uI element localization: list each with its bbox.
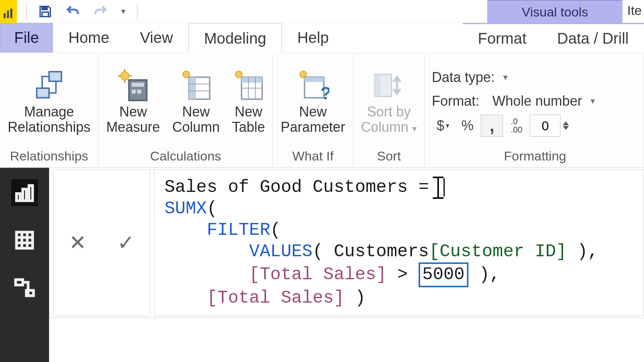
svg-rect-32 [375,75,381,97]
qat-more-dropdown[interactable]: ▾ [119,7,128,16]
group-what-if: ? New Parameter What If [273,53,353,167]
svg-rect-15 [137,90,141,94]
formula-bar: ✕ ✓ Sales of Good Customers = SUMX( FILT… [49,168,644,318]
svg-rect-34 [23,189,26,201]
percent-format-button[interactable]: % [456,115,478,137]
data-view-button[interactable] [11,227,38,254]
svg-rect-3 [42,6,47,9]
data-type-dropdown[interactable]: Data type: ▼ [432,69,638,85]
new-table-button[interactable]: New Table [230,69,267,134]
tab-format[interactable]: Format [463,23,542,52]
svg-point-7 [121,72,129,80]
svg-rect-4 [42,12,49,16]
svg-rect-14 [132,90,136,94]
svg-rect-36 [16,232,33,248]
group-label: Calculations [150,147,221,166]
app-logo [0,0,17,23]
ribbon: Manage Relationships Relationships New M… [0,53,644,168]
svg-rect-41 [16,280,23,285]
group-label: Relationships [10,147,88,166]
group-label: Sort [377,147,401,166]
group-calculations: New Measure New Column New Table Calcula… [99,53,273,167]
group-relationships: Manage Relationships Relationships [0,53,99,167]
decimal-places-input[interactable]: 0 [530,115,560,137]
redo-button[interactable] [91,2,110,21]
threshold-highlight: 5000 [419,262,468,287]
currency-format-button[interactable]: $▾ [432,115,454,137]
tab-view[interactable]: View [125,23,188,52]
svg-rect-6 [37,88,49,98]
svg-rect-1 [7,10,9,18]
view-switcher [0,168,49,362]
svg-rect-2 [10,8,12,18]
svg-rect-18 [189,77,196,99]
contextual-tab-header: Visual tools Ite [487,0,644,23]
model-view-button[interactable] [11,274,38,301]
commit-formula-button[interactable]: ✓ [110,228,141,257]
tab-home[interactable]: Home [53,23,125,52]
truncated-label: Ite [623,0,644,23]
tab-file[interactable]: File [0,23,53,52]
group-sort: Sort by Column ▾ Sort [353,53,425,167]
format-dropdown[interactable]: Format: Whole number ▼ [432,93,638,109]
sort-by-column-button[interactable]: Sort by Column ▾ [358,69,419,134]
manage-relationships-button[interactable]: Manage Relationships [5,69,93,134]
group-formatting: Data type: ▼ Format: Whole number ▼ $▾ %… [425,53,644,167]
svg-rect-13 [132,83,144,87]
separator [26,3,27,20]
text-cursor-icon [430,177,446,199]
svg-text:?: ? [320,83,329,102]
thousands-separator-button[interactable]: , [481,115,503,137]
svg-rect-29 [305,77,324,82]
new-measure-button[interactable]: New Measure [104,69,162,134]
svg-rect-5 [49,72,61,82]
group-label: What If [292,147,334,166]
formula-bar-controls: ✕ ✓ [53,169,150,316]
undo-button[interactable] [64,2,82,21]
report-view-button[interactable] [11,179,38,206]
decimal-places-icon: .0 .00 [505,115,527,137]
dax-formula-editor[interactable]: Sales of Good Customers = SUMX( FILTER( … [154,169,644,316]
ribbon-tabs: File Home View Modeling Help Format Data… [0,23,644,53]
group-label: Formatting [432,147,638,166]
svg-rect-33 [16,193,20,201]
visual-tools-header: Visual tools [487,0,623,23]
tab-modeling[interactable]: Modeling [188,23,282,53]
save-button[interactable] [36,2,54,21]
svg-rect-23 [242,77,262,83]
decimal-places-spinner[interactable] [563,115,572,137]
new-column-button[interactable]: New Column [170,69,222,134]
separator [137,3,138,20]
svg-rect-0 [4,13,6,18]
new-parameter-button[interactable]: ? New Parameter [278,69,347,134]
workspace: Iter ✕ ✓ Sales of Good Customers = SUMX(… [0,168,644,362]
quick-access-toolbar: ▾ Visual tools Ite [0,0,644,23]
cancel-formula-button[interactable]: ✕ [62,228,93,257]
svg-rect-35 [29,185,33,201]
tab-data-drill[interactable]: Data / Drill [542,23,644,52]
tab-help[interactable]: Help [282,23,344,52]
